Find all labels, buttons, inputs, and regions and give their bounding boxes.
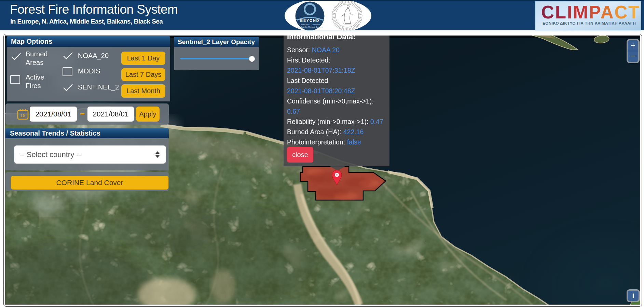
svg-text:BEYOND: BEYOND	[300, 18, 320, 23]
svg-text:19: 19	[20, 113, 26, 118]
svg-text:and Satellite Remote Sensing: and Satellite Remote Sensing	[297, 26, 323, 28]
svg-text:Centre of EO Research: Centre of EO Research	[300, 24, 320, 26]
